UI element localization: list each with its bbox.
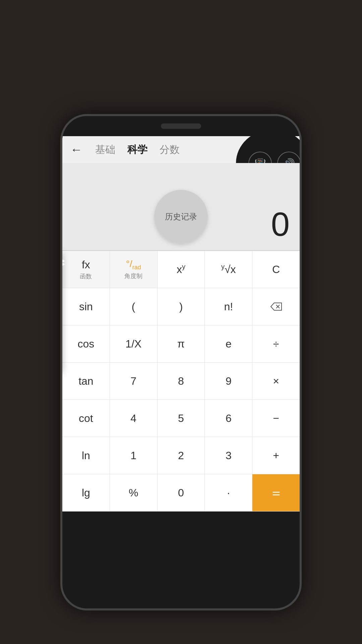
key-open-paren[interactable]: ( xyxy=(110,288,158,325)
key-percent[interactable]: % xyxy=(110,474,158,511)
display-area: 历史记录 0 xyxy=(62,163,300,250)
key-add[interactable]: + xyxy=(252,437,300,474)
key-9[interactable]: 9 xyxy=(205,363,252,399)
popup-item-tan-inv[interactable]: tan-1 xyxy=(60,327,62,350)
key-subtract[interactable]: − xyxy=(252,400,300,437)
key-ln[interactable]: ln xyxy=(62,437,110,474)
key-2[interactable]: 2 xyxy=(158,437,205,474)
popup-item-sin-inv[interactable]: sin-1 xyxy=(60,282,62,305)
key-sin[interactable]: sin xyxy=(62,288,110,325)
key-cot[interactable]: cot xyxy=(62,400,110,437)
key-row-2: sin ( ) n! xyxy=(62,288,300,325)
key-7[interactable]: 7 xyxy=(110,363,158,399)
nav-back-button[interactable]: ← xyxy=(70,143,82,157)
key-reciprocal[interactable]: 1/X xyxy=(110,325,158,362)
key-row-3: cos 1/X π e ÷ xyxy=(62,325,300,363)
key-row-1: fx 函数 °/rad 角度制 xy y√x C xyxy=(62,251,300,288)
popup-menu: fx-1 反函数 sin-1 cos-1 tan-1 cot-1 xyxy=(60,251,62,373)
key-dot[interactable]: · xyxy=(205,474,252,511)
key-degree[interactable]: °/rad 角度制 xyxy=(110,251,158,288)
key-power[interactable]: xy xyxy=(158,251,205,288)
key-1[interactable]: 1 xyxy=(110,437,158,474)
key-6[interactable]: 6 xyxy=(205,400,252,437)
key-row-7: lg % 0 · ＝ xyxy=(62,474,300,512)
key-close-paren[interactable]: ) xyxy=(158,288,205,325)
key-fx[interactable]: fx 函数 xyxy=(62,251,110,288)
key-tan[interactable]: tan xyxy=(62,363,110,399)
key-0[interactable]: 0 xyxy=(158,474,205,511)
popup-item-cot-inv[interactable]: cot-1 xyxy=(60,350,62,373)
phone-frame: ← 基础 科学 分数 📳 震动 🔊 语音 xyxy=(60,114,302,610)
key-euler[interactable]: e xyxy=(205,325,252,362)
key-root[interactable]: y√x xyxy=(205,251,252,288)
popup-item-cos-inv[interactable]: cos-1 xyxy=(60,305,62,327)
key-8[interactable]: 8 xyxy=(158,363,205,399)
tab-science[interactable]: 科学 xyxy=(127,143,147,157)
key-5[interactable]: 5 xyxy=(158,400,205,437)
key-cos[interactable]: cos xyxy=(62,325,110,362)
key-4[interactable]: 4 xyxy=(110,400,158,437)
calc-nav: ← 基础 科学 分数 📳 震动 🔊 语音 xyxy=(62,136,300,163)
display-number: 0 xyxy=(271,205,290,244)
key-clear[interactable]: C xyxy=(252,251,300,288)
key-row-5: cot 4 5 6 − xyxy=(62,400,300,437)
history-button[interactable]: 历史记录 xyxy=(154,190,208,244)
key-3[interactable]: 3 xyxy=(205,437,252,474)
key-factorial[interactable]: n! xyxy=(205,288,252,325)
key-delete[interactable] xyxy=(252,288,300,325)
popup-item-fx-inv[interactable]: fx-1 反函数 xyxy=(60,251,62,282)
key-lg[interactable]: lg xyxy=(62,474,110,511)
popup-arrow xyxy=(60,258,68,264)
phone-speaker xyxy=(161,123,201,129)
key-divide[interactable]: ÷ xyxy=(252,325,300,362)
calc-screen: ← 基础 科学 分数 📳 震动 🔊 语音 xyxy=(62,136,300,512)
key-equals[interactable]: ＝ xyxy=(252,474,300,511)
key-pi[interactable]: π xyxy=(158,325,205,362)
tab-basic[interactable]: 基础 xyxy=(95,143,115,157)
tab-fraction[interactable]: 分数 xyxy=(160,143,180,157)
key-row-6: ln 1 2 3 + xyxy=(62,437,300,474)
keyboard: fx-1 反函数 sin-1 cos-1 tan-1 cot-1 xyxy=(62,251,300,512)
key-row-4: tan 7 8 9 × xyxy=(62,363,300,400)
key-multiply[interactable]: × xyxy=(252,363,300,399)
side-button-right xyxy=(300,183,302,210)
